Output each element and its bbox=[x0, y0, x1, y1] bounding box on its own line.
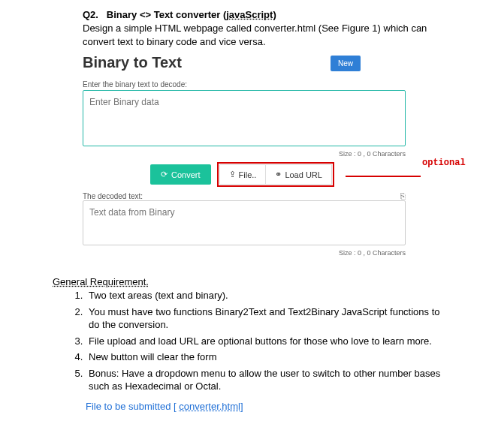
app-figure: Binary to Text New Enter the binary text… bbox=[83, 54, 465, 257]
button-row: Convert File.. Load URL optional bbox=[83, 162, 465, 187]
list-item: New button will clear the form bbox=[86, 350, 442, 364]
file-button-label: File.. bbox=[239, 170, 257, 179]
link-icon bbox=[275, 170, 282, 179]
general-requirement-heading: General Requirement. bbox=[53, 276, 465, 287]
requirements-list: Two text areas (text and binary). You mu… bbox=[69, 289, 442, 393]
question-header: Q2. Binary <> Text converter (javaScript… bbox=[83, 9, 465, 20]
question-description: Design a simple HTML webpage called conv… bbox=[83, 22, 442, 48]
submit-label: File to be submitted [ bbox=[86, 401, 179, 412]
app-title: Binary to Text bbox=[83, 54, 182, 71]
list-item: You must have two functions Binary2Text … bbox=[86, 305, 442, 332]
output-label-row: The decoded text: ⎘ bbox=[83, 191, 406, 200]
document-page: Q2. Binary <> Text converter (javaScript… bbox=[0, 0, 480, 427]
size-indicator-output: Size : 0 , 0 Characters bbox=[83, 249, 406, 257]
input-label: Enter the binary text to decode: bbox=[83, 80, 465, 89]
copy-icon[interactable]: ⎘ bbox=[400, 191, 406, 200]
question-title-js: javaScript bbox=[226, 9, 273, 20]
file-submission: File to be submitted [ converter.html] bbox=[86, 401, 465, 412]
optional-buttons-highlight: File.. Load URL bbox=[217, 162, 334, 187]
annotation-line bbox=[346, 176, 421, 177]
optional-annotation: optional bbox=[422, 158, 466, 168]
question-title-2: ) bbox=[273, 9, 276, 20]
question-number: Q2. bbox=[83, 9, 98, 20]
load-url-button-label: Load URL bbox=[285, 170, 322, 179]
list-item: Bonus: Have a dropdown menu to allow the… bbox=[86, 367, 442, 393]
reload-icon bbox=[161, 170, 168, 179]
binary-input[interactable] bbox=[83, 90, 406, 146]
file-button[interactable]: File.. bbox=[219, 164, 267, 185]
convert-button-label: Convert bbox=[171, 170, 201, 179]
load-url-button[interactable]: Load URL bbox=[266, 164, 332, 185]
output-label: The decoded text: bbox=[83, 192, 143, 200]
list-item: File upload and load URL are optional bu… bbox=[86, 335, 442, 348]
question-title-1: Binary <> Text converter ( bbox=[107, 9, 226, 20]
text-output[interactable] bbox=[83, 200, 406, 245]
submit-filename: converter.html bbox=[179, 401, 240, 412]
size-indicator-input: Size : 0 , 0 Characters bbox=[83, 150, 406, 158]
list-item: Two text areas (text and binary). bbox=[86, 289, 442, 302]
upload-icon bbox=[229, 170, 236, 179]
convert-button[interactable]: Convert bbox=[150, 164, 211, 185]
new-button[interactable]: New bbox=[331, 56, 361, 71]
submit-end: ] bbox=[240, 401, 243, 412]
